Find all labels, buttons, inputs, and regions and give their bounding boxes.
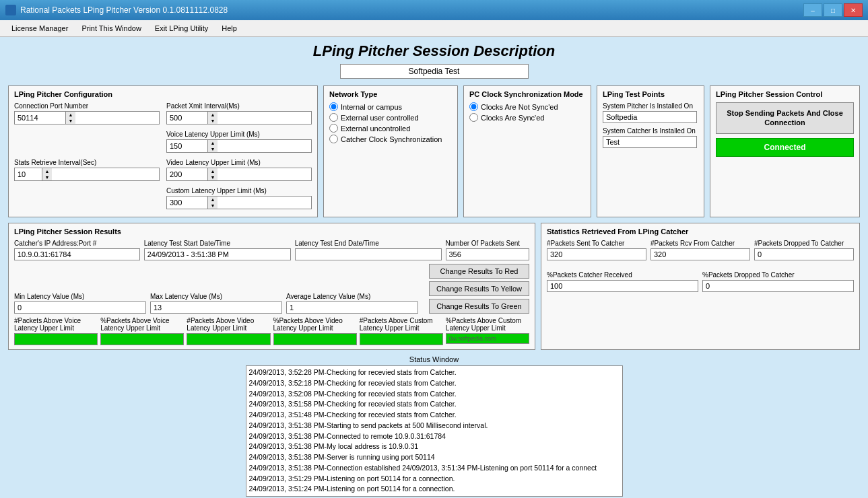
sent-input[interactable] bbox=[547, 248, 646, 260]
titlebar-left: Rational Packets LPing Pitcher Version 0… bbox=[5, 5, 228, 15]
pct-above-voice-label: %Packets Above Voice Latency Upper Limit bbox=[100, 317, 184, 332]
latency-end-input[interactable] bbox=[295, 248, 442, 260]
custom-latency-up[interactable]: ▲ bbox=[208, 197, 218, 203]
network-external-user-radio[interactable] bbox=[329, 113, 338, 122]
packet-xmit-down[interactable]: ▼ bbox=[208, 118, 218, 124]
config-panel: LPing Pitcher Configuration Connection P… bbox=[8, 85, 318, 217]
results-panel: LPing Pitcher Session Results Catcher's … bbox=[8, 223, 535, 350]
num-packets-label: Number Of Packets Sent bbox=[446, 240, 530, 247]
session-name-box: Softpedia Test bbox=[340, 64, 529, 79]
menu-print-window[interactable]: Print This Window bbox=[75, 22, 147, 34]
dropped-field: #Packets Dropped To Catcher bbox=[754, 240, 854, 260]
catcher-install-input[interactable] bbox=[603, 136, 697, 148]
menu-help[interactable]: Help bbox=[215, 22, 243, 34]
change-red-button[interactable]: Change Results To Red bbox=[429, 264, 529, 279]
stop-sending-button[interactable]: Stop Sending Packets And Close Connectio… bbox=[716, 102, 854, 134]
network-catcher-clock-radio[interactable] bbox=[329, 135, 338, 143]
custom-latency-down[interactable]: ▼ bbox=[208, 203, 218, 209]
pct-above-custom-field: %Packets Above Custom Latency Upper Limi… bbox=[446, 317, 529, 345]
menubar: License Manager Print This Window Exit L… bbox=[0, 20, 868, 37]
packet-xmit-up[interactable]: ▲ bbox=[208, 112, 218, 118]
titlebar: Rational Packets LPing Pitcher Version 0… bbox=[0, 0, 868, 20]
latency-start-input[interactable] bbox=[144, 248, 291, 260]
dropped-input[interactable] bbox=[754, 248, 854, 260]
network-panel-title: Network Type bbox=[329, 90, 452, 98]
stats-top-row: #Packets Sent To Catcher #Packets Rcv Fr… bbox=[547, 240, 854, 260]
network-internal-label: Internal or campus bbox=[341, 103, 402, 111]
packets-above-custom-field: #Packets Above Custom Latency Upper Limi… bbox=[360, 317, 443, 345]
network-external-uncontrolled-radio[interactable] bbox=[329, 124, 338, 133]
minimize-button[interactable]: – bbox=[803, 3, 822, 17]
maximize-button[interactable]: □ bbox=[824, 3, 842, 17]
change-green-button[interactable]: Change Results To Green bbox=[429, 299, 529, 314]
stats-retrieve-input[interactable] bbox=[15, 168, 42, 180]
titlebar-controls: – □ ✕ bbox=[803, 3, 863, 17]
dropped-label: #Packets Dropped To Catcher bbox=[754, 240, 854, 247]
rcv-field: #Packets Rcv From Catcher bbox=[650, 240, 750, 260]
voice-latency-up[interactable]: ▲ bbox=[208, 140, 218, 146]
num-packets-input[interactable] bbox=[446, 248, 530, 260]
packets-above-video-label: #Packets Above Video Latency Upper Limit bbox=[187, 317, 270, 332]
avg-latency-input[interactable] bbox=[286, 301, 418, 314]
clock-synced-radio[interactable] bbox=[469, 113, 478, 122]
rcv-input[interactable] bbox=[650, 248, 750, 260]
menu-license-manager[interactable]: License Manager bbox=[5, 22, 74, 34]
voice-latency-spinner: ▲ ▼ bbox=[166, 139, 312, 153]
sent-label: #Packets Sent To Catcher bbox=[547, 240, 646, 247]
session-control-title: LPing Pitcher Session Control bbox=[716, 90, 854, 98]
status-window[interactable]: 24/09/2013, 3:52:28 PM-Checking for rece… bbox=[246, 365, 623, 497]
stats-retrieve-field: Stats Retrieve Interval(Sec) ▲ ▼ bbox=[14, 159, 160, 181]
network-panel: Network Type Internal or campus External… bbox=[323, 85, 458, 217]
menu-exit[interactable]: Exit LPing Utility bbox=[149, 22, 214, 34]
test-points-title: LPing Test Points bbox=[603, 90, 698, 98]
network-catcher-clock-label: Catcher Clock Synchronization bbox=[341, 135, 442, 143]
status-line: 24/09/2013, 3:51:38 PM-Connection establ… bbox=[249, 463, 620, 474]
clock-not-synced-radio[interactable] bbox=[469, 102, 478, 111]
custom-latency-label: Custom Latency Upper Limit (Ms) bbox=[166, 187, 312, 194]
video-latency-up[interactable]: ▲ bbox=[208, 168, 218, 174]
change-yellow-button[interactable]: Change Results To Yellow bbox=[429, 281, 529, 296]
connected-button[interactable]: Connected bbox=[716, 138, 854, 157]
stats-panel: Statistics Retrieved From LPing Catcher … bbox=[541, 223, 860, 350]
latency-start-label: Latency Test Start Date/Time bbox=[144, 240, 291, 247]
network-catcher-clock: Catcher Clock Synchronization bbox=[329, 135, 452, 143]
pct-received-input[interactable] bbox=[547, 280, 698, 292]
custom-latency-input[interactable] bbox=[167, 197, 207, 209]
avg-latency-label: Average Latency Value (Ms) bbox=[286, 293, 418, 300]
network-internal-radio[interactable] bbox=[329, 102, 338, 111]
status-line: 24/09/2013, 3:51:24 PM-Listening on port… bbox=[249, 484, 620, 495]
catchers-ip-input[interactable] bbox=[14, 248, 140, 260]
video-latency-spin-buttons: ▲ ▼ bbox=[207, 168, 218, 180]
sent-field: #Packets Sent To Catcher bbox=[547, 240, 646, 260]
status-line: 24/09/2013, 3:51:38 PM-Starting to send … bbox=[249, 421, 620, 431]
max-latency-input[interactable] bbox=[150, 301, 282, 314]
connection-port-down[interactable]: ▼ bbox=[66, 118, 75, 124]
voice-latency-down[interactable]: ▼ bbox=[208, 146, 218, 152]
packet-xmit-input[interactable] bbox=[167, 112, 207, 124]
stats-retrieve-up[interactable]: ▲ bbox=[42, 168, 52, 174]
video-latency-down[interactable]: ▼ bbox=[208, 174, 218, 180]
custom-latency-field: Custom Latency Upper Limit (Ms) ▲ ▼ bbox=[166, 187, 312, 209]
clock-panel: PC Clock Synchronization Mode Clocks Are… bbox=[463, 85, 591, 217]
connection-port-up[interactable]: ▲ bbox=[66, 112, 75, 118]
voice-latency-input[interactable] bbox=[167, 140, 207, 152]
connection-port-input[interactable] bbox=[15, 112, 65, 124]
results-row2: Min Latency Value (Ms) Max Latency Value… bbox=[14, 264, 529, 314]
video-latency-input[interactable] bbox=[167, 168, 207, 180]
config-panel-title: LPing Pitcher Configuration bbox=[14, 90, 312, 98]
stats-retrieve-down[interactable]: ▼ bbox=[42, 174, 52, 180]
close-button[interactable]: ✕ bbox=[844, 3, 863, 17]
connection-port-label: Connection Port Number bbox=[14, 102, 160, 110]
pitcher-install-input[interactable] bbox=[603, 111, 697, 123]
min-latency-label: Min Latency Value (Ms) bbox=[14, 293, 146, 300]
pct-received-field: %Packets Catcher Received bbox=[547, 271, 698, 292]
connection-port-spinner: ▲ ▼ bbox=[14, 111, 160, 124]
pct-above-voice-value: 0 bbox=[100, 333, 184, 345]
pct-dropped-input[interactable] bbox=[702, 280, 854, 292]
stats-retrieve-spinner: ▲ ▼ bbox=[14, 168, 160, 181]
pct-dropped-field: %Packets Dropped To Catcher bbox=[702, 271, 854, 292]
network-internal: Internal or campus bbox=[329, 102, 452, 111]
stats-bottom-row: %Packets Catcher Received %Packets Dropp… bbox=[547, 271, 854, 292]
min-latency-input[interactable] bbox=[14, 301, 146, 314]
min-latency-field: Min Latency Value (Ms) bbox=[14, 293, 146, 314]
